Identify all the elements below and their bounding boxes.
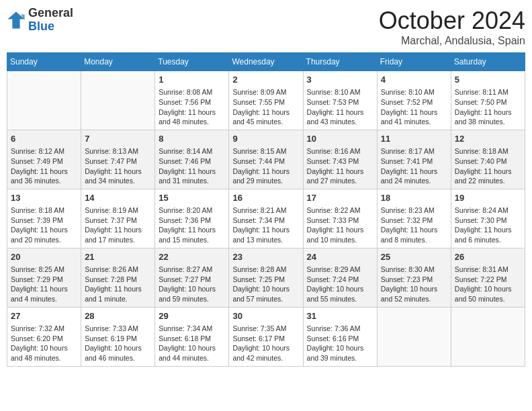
logo-icon bbox=[7, 11, 26, 30]
calendar-cell: 8Sunrise: 8:14 AM Sunset: 7:46 PM Daylig… bbox=[155, 130, 229, 189]
calendar-cell: 5Sunrise: 8:11 AM Sunset: 7:50 PM Daylig… bbox=[451, 71, 525, 130]
calendar-cell: 24Sunrise: 8:29 AM Sunset: 7:24 PM Dayli… bbox=[303, 248, 377, 307]
calendar-cell: 1Sunrise: 8:08 AM Sunset: 7:56 PM Daylig… bbox=[155, 71, 229, 130]
day-number: 19 bbox=[455, 192, 521, 204]
logo-general-text: General bbox=[28, 7, 73, 20]
day-info: Sunrise: 7:36 AM Sunset: 6:16 PM Dayligh… bbox=[307, 324, 373, 363]
day-info: Sunrise: 8:09 AM Sunset: 7:55 PM Dayligh… bbox=[232, 87, 299, 127]
day-info: Sunrise: 7:34 AM Sunset: 6:18 PM Dayligh… bbox=[159, 324, 225, 363]
day-number: 15 bbox=[159, 192, 225, 204]
calendar-cell: 23Sunrise: 8:28 AM Sunset: 7:25 PM Dayli… bbox=[229, 248, 303, 307]
calendar-week-row: 1Sunrise: 8:08 AM Sunset: 7:56 PM Daylig… bbox=[7, 71, 525, 130]
calendar-cell bbox=[81, 71, 155, 130]
calendar-cell: 16Sunrise: 8:21 AM Sunset: 7:34 PM Dayli… bbox=[229, 189, 303, 248]
day-number: 9 bbox=[232, 133, 299, 145]
day-info: Sunrise: 8:15 AM Sunset: 7:44 PM Dayligh… bbox=[232, 146, 299, 186]
calendar-cell: 11Sunrise: 8:17 AM Sunset: 7:41 PM Dayli… bbox=[377, 130, 451, 189]
day-info: Sunrise: 8:10 AM Sunset: 7:53 PM Dayligh… bbox=[307, 87, 373, 127]
day-info: Sunrise: 8:18 AM Sunset: 7:39 PM Dayligh… bbox=[11, 205, 77, 245]
day-info: Sunrise: 8:16 AM Sunset: 7:43 PM Dayligh… bbox=[307, 146, 373, 186]
day-info: Sunrise: 8:31 AM Sunset: 7:22 PM Dayligh… bbox=[455, 265, 521, 304]
day-info: Sunrise: 8:10 AM Sunset: 7:52 PM Dayligh… bbox=[381, 87, 447, 127]
calendar-cell bbox=[451, 307, 525, 366]
day-info: Sunrise: 8:24 AM Sunset: 7:30 PM Dayligh… bbox=[455, 205, 521, 245]
day-number: 30 bbox=[232, 310, 299, 322]
day-number: 8 bbox=[159, 133, 225, 145]
svg-marker-0 bbox=[7, 11, 24, 28]
day-info: Sunrise: 8:11 AM Sunset: 7:50 PM Dayligh… bbox=[455, 87, 521, 127]
calendar-cell: 28Sunrise: 7:33 AM Sunset: 6:19 PM Dayli… bbox=[81, 307, 155, 366]
calendar-cell: 27Sunrise: 7:32 AM Sunset: 6:20 PM Dayli… bbox=[7, 307, 81, 366]
col-header-monday: Monday bbox=[81, 53, 155, 71]
day-info: Sunrise: 8:29 AM Sunset: 7:24 PM Dayligh… bbox=[307, 265, 373, 304]
calendar-table: SundayMondayTuesdayWednesdayThursdayFrid… bbox=[7, 52, 525, 367]
month-title: October 2024 bbox=[379, 7, 525, 35]
day-number: 18 bbox=[381, 192, 447, 204]
day-number: 13 bbox=[11, 192, 77, 204]
calendar-cell: 2Sunrise: 8:09 AM Sunset: 7:55 PM Daylig… bbox=[229, 71, 303, 130]
day-info: Sunrise: 8:22 AM Sunset: 7:33 PM Dayligh… bbox=[307, 205, 373, 245]
day-number: 27 bbox=[11, 310, 77, 322]
page-header: General Blue October 2024 Marchal, Andal… bbox=[7, 7, 525, 47]
calendar-cell: 14Sunrise: 8:19 AM Sunset: 7:37 PM Dayli… bbox=[81, 189, 155, 248]
calendar-cell: 29Sunrise: 7:34 AM Sunset: 6:18 PM Dayli… bbox=[155, 307, 229, 366]
day-info: Sunrise: 8:25 AM Sunset: 7:29 PM Dayligh… bbox=[11, 265, 77, 304]
calendar-cell: 4Sunrise: 8:10 AM Sunset: 7:52 PM Daylig… bbox=[377, 71, 451, 130]
calendar-cell: 26Sunrise: 8:31 AM Sunset: 7:22 PM Dayli… bbox=[451, 248, 525, 307]
day-number: 28 bbox=[85, 310, 151, 322]
day-info: Sunrise: 8:26 AM Sunset: 7:28 PM Dayligh… bbox=[85, 265, 151, 304]
day-info: Sunrise: 8:12 AM Sunset: 7:49 PM Dayligh… bbox=[11, 146, 77, 186]
col-header-sunday: Sunday bbox=[7, 53, 81, 71]
day-info: Sunrise: 8:14 AM Sunset: 7:46 PM Dayligh… bbox=[159, 146, 225, 186]
day-number: 16 bbox=[232, 192, 299, 204]
calendar-cell bbox=[7, 71, 81, 130]
day-number: 5 bbox=[455, 74, 521, 86]
calendar-week-row: 27Sunrise: 7:32 AM Sunset: 6:20 PM Dayli… bbox=[7, 307, 525, 366]
calendar-week-row: 20Sunrise: 8:25 AM Sunset: 7:29 PM Dayli… bbox=[7, 248, 525, 307]
calendar-cell: 9Sunrise: 8:15 AM Sunset: 7:44 PM Daylig… bbox=[229, 130, 303, 189]
day-number: 2 bbox=[232, 74, 299, 86]
day-number: 24 bbox=[307, 251, 373, 263]
day-info: Sunrise: 8:23 AM Sunset: 7:32 PM Dayligh… bbox=[381, 205, 447, 245]
col-header-wednesday: Wednesday bbox=[229, 53, 303, 71]
day-number: 4 bbox=[381, 74, 447, 86]
day-number: 14 bbox=[85, 192, 151, 204]
calendar-cell: 12Sunrise: 8:18 AM Sunset: 7:40 PM Dayli… bbox=[451, 130, 525, 189]
calendar-cell: 18Sunrise: 8:23 AM Sunset: 7:32 PM Dayli… bbox=[377, 189, 451, 248]
day-info: Sunrise: 8:17 AM Sunset: 7:41 PM Dayligh… bbox=[381, 146, 447, 186]
calendar-cell bbox=[377, 307, 451, 366]
day-number: 12 bbox=[455, 133, 521, 145]
day-info: Sunrise: 8:19 AM Sunset: 7:37 PM Dayligh… bbox=[85, 205, 151, 245]
day-number: 1 bbox=[159, 74, 225, 86]
day-number: 23 bbox=[232, 251, 299, 263]
col-header-tuesday: Tuesday bbox=[155, 53, 229, 71]
day-info: Sunrise: 8:21 AM Sunset: 7:34 PM Dayligh… bbox=[232, 205, 299, 245]
logo-blue-text: Blue bbox=[28, 20, 73, 34]
day-number: 17 bbox=[307, 192, 373, 204]
title-area: October 2024 Marchal, Andalusia, Spain bbox=[379, 7, 525, 47]
day-number: 7 bbox=[85, 133, 151, 145]
day-info: Sunrise: 8:28 AM Sunset: 7:25 PM Dayligh… bbox=[232, 265, 299, 304]
calendar-cell: 15Sunrise: 8:20 AM Sunset: 7:36 PM Dayli… bbox=[155, 189, 229, 248]
day-number: 3 bbox=[307, 74, 373, 86]
day-number: 6 bbox=[11, 133, 77, 145]
day-number: 20 bbox=[11, 251, 77, 263]
day-number: 10 bbox=[307, 133, 373, 145]
day-number: 22 bbox=[159, 251, 225, 263]
day-info: Sunrise: 7:32 AM Sunset: 6:20 PM Dayligh… bbox=[11, 324, 77, 363]
calendar-cell: 21Sunrise: 8:26 AM Sunset: 7:28 PM Dayli… bbox=[81, 248, 155, 307]
calendar-cell: 10Sunrise: 8:16 AM Sunset: 7:43 PM Dayli… bbox=[303, 130, 377, 189]
calendar-cell: 7Sunrise: 8:13 AM Sunset: 7:47 PM Daylig… bbox=[81, 130, 155, 189]
calendar-cell: 31Sunrise: 7:36 AM Sunset: 6:16 PM Dayli… bbox=[303, 307, 377, 366]
location-title: Marchal, Andalusia, Spain bbox=[379, 35, 525, 47]
calendar-cell: 25Sunrise: 8:30 AM Sunset: 7:23 PM Dayli… bbox=[377, 248, 451, 307]
day-info: Sunrise: 8:27 AM Sunset: 7:27 PM Dayligh… bbox=[159, 265, 225, 304]
calendar-cell: 3Sunrise: 8:10 AM Sunset: 7:53 PM Daylig… bbox=[303, 71, 377, 130]
col-header-friday: Friday bbox=[377, 53, 451, 71]
logo: General Blue bbox=[7, 7, 73, 34]
calendar-week-row: 6Sunrise: 8:12 AM Sunset: 7:49 PM Daylig… bbox=[7, 130, 525, 189]
calendar-cell: 22Sunrise: 8:27 AM Sunset: 7:27 PM Dayli… bbox=[155, 248, 229, 307]
day-number: 25 bbox=[381, 251, 447, 263]
calendar-cell: 19Sunrise: 8:24 AM Sunset: 7:30 PM Dayli… bbox=[451, 189, 525, 248]
day-number: 11 bbox=[381, 133, 447, 145]
